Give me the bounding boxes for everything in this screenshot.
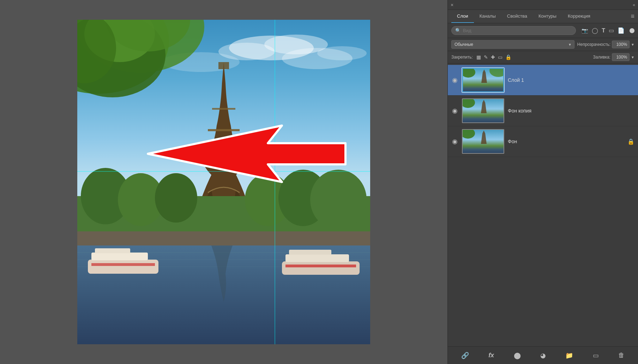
- layers-panel: × « Слои Каналы Свойства Контуры Коррекц…: [447, 0, 638, 364]
- visibility-icon-layer2[interactable]: ◉: [451, 107, 458, 115]
- layer-name-layer3: Фон: [508, 139, 624, 144]
- svg-rect-11: [212, 108, 235, 110]
- blend-opacity-row: Обычные ▼ Непрозрачность: 100% ▼: [448, 38, 638, 51]
- panel-filter-bar: 🔍 📷 ◯ T ▭ 📄: [448, 23, 638, 38]
- panel-close-button[interactable]: ×: [451, 2, 453, 8]
- layer-thumb-image-layer1: [463, 69, 503, 91]
- layer-item-layer1[interactable]: ◉: [448, 65, 638, 96]
- lock-position-icon[interactable]: ✚: [491, 54, 495, 60]
- canvas-image: [77, 20, 370, 344]
- svg-point-18: [310, 170, 367, 230]
- svg-rect-27: [91, 263, 155, 266]
- svg-rect-29: [285, 254, 349, 262]
- layer-fx-button[interactable]: fx: [488, 352, 494, 359]
- layers-list: ◉: [448, 63, 638, 346]
- toolbar-icons: 📷 ◯ T ▭ 📄: [582, 27, 634, 34]
- search-input[interactable]: [463, 28, 572, 33]
- svg-rect-25: [91, 253, 148, 260]
- opacity-dropdown-icon[interactable]: ▼: [631, 43, 634, 47]
- lock-label: Закрепить:: [451, 55, 473, 60]
- layer-thumb-image-layer3: [463, 130, 504, 153]
- visibility-icon-layer3[interactable]: ◉: [451, 138, 458, 145]
- tab-paths[interactable]: Контуры: [533, 10, 562, 23]
- layer-type-pixel-icon[interactable]: 📷: [582, 28, 588, 34]
- fill-label: Заливка:: [593, 55, 611, 60]
- layer-item-layer3[interactable]: ◉: [448, 126, 638, 157]
- layer-item-layer2[interactable]: ◉: [448, 96, 638, 126]
- lock-transparent-icon[interactable]: ▦: [476, 54, 481, 60]
- lock-all-icon[interactable]: 🔒: [505, 54, 511, 60]
- lock-artboard-icon[interactable]: ▭: [498, 54, 502, 60]
- svg-rect-8: [218, 62, 229, 69]
- layer-thumb-layer3: [462, 129, 504, 154]
- svg-rect-30: [289, 250, 331, 255]
- canvas-scene: [77, 20, 370, 344]
- tab-layers[interactable]: Слои: [451, 10, 474, 23]
- fill-value[interactable]: 100%: [612, 53, 630, 61]
- search-icon: 🔍: [455, 28, 461, 33]
- panel-close-row: × «: [448, 0, 638, 10]
- search-box[interactable]: 🔍: [451, 26, 576, 35]
- add-adjustment-button[interactable]: ◕: [540, 352, 546, 359]
- add-mask-button[interactable]: ⬤: [514, 352, 521, 359]
- tab-properties[interactable]: Свойства: [501, 10, 533, 23]
- layer-lock-icon-layer3: 🔒: [627, 138, 634, 145]
- svg-point-15: [155, 173, 197, 223]
- link-layer-button[interactable]: 🔗: [461, 352, 469, 359]
- svg-point-6: [317, 46, 367, 60]
- lock-fill-row: Закрепить: ▦ ✎ ✚ ▭ 🔒 Заливка: 100% ▼: [448, 51, 638, 63]
- panel-expand-button[interactable]: «: [633, 2, 635, 7]
- canvas-area: [0, 0, 447, 364]
- panel-bottom-toolbar: 🔗 fx ⬤ ◕ 📁 ▭ 🗑: [448, 346, 638, 364]
- tab-channels[interactable]: Каналы: [474, 10, 501, 23]
- svg-rect-19: [77, 231, 370, 245]
- layer-thumb-layer2: [462, 98, 504, 123]
- svg-rect-28: [282, 261, 360, 275]
- add-folder-button[interactable]: 📁: [565, 352, 573, 359]
- fill-dropdown-icon[interactable]: ▼: [631, 55, 634, 59]
- layer-thumb-image-layer2: [463, 99, 504, 122]
- fill-control: Заливка: 100% ▼: [593, 53, 634, 61]
- opacity-control: Непрозрачность: 100% ▼: [577, 41, 634, 48]
- layer-type-adjustment-icon[interactable]: ◯: [592, 27, 598, 34]
- filter-toggle[interactable]: [630, 28, 634, 33]
- svg-rect-26: [95, 248, 130, 253]
- duplicate-layer-button[interactable]: ▭: [593, 352, 599, 359]
- layer-type-smart-icon[interactable]: 📄: [618, 27, 625, 34]
- opacity-label: Непрозрачность:: [577, 42, 610, 47]
- svg-rect-31: [285, 265, 356, 267]
- svg-rect-24: [88, 260, 158, 274]
- blend-mode-select[interactable]: Обычные: [451, 40, 574, 49]
- tab-correction[interactable]: Коррекция: [562, 10, 596, 23]
- panel-menu-button[interactable]: ≡: [631, 13, 634, 20]
- svg-rect-10: [208, 129, 240, 131]
- lock-icons: ▦ ✎ ✚ ▭ 🔒: [476, 54, 511, 60]
- lock-pixels-icon[interactable]: ✎: [484, 54, 488, 60]
- layer-name-layer1: Слой 1: [508, 77, 634, 83]
- layer-type-shape-icon[interactable]: ▭: [609, 27, 614, 34]
- layer-thumb-layer1: [462, 68, 504, 92]
- panel-tabs: Слои Каналы Свойства Контуры Коррекция ≡: [448, 10, 638, 23]
- blend-mode-wrapper: Обычные ▼: [451, 40, 574, 49]
- layer-name-layer2: Фон копия: [508, 108, 634, 114]
- layer-type-text-icon[interactable]: T: [602, 28, 605, 34]
- delete-layer-button[interactable]: 🗑: [618, 352, 625, 359]
- visibility-icon-layer1[interactable]: ◉: [451, 76, 458, 84]
- opacity-value[interactable]: 100%: [612, 41, 630, 48]
